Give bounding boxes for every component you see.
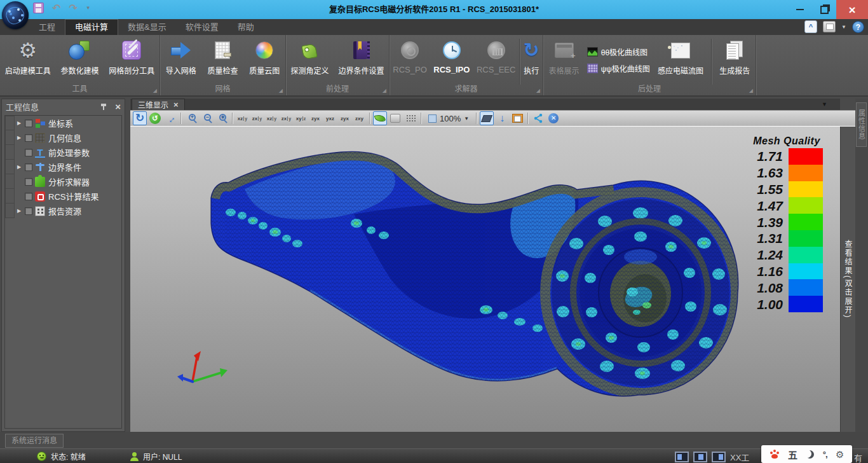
tab-project[interactable]: 工程 [29, 19, 65, 35]
view-left-button[interactable]: xzy [265, 111, 278, 125]
panel-close-icon[interactable]: × [115, 102, 121, 111]
print-icon[interactable] [823, 21, 836, 32]
checkbox[interactable] [25, 120, 32, 127]
combo-caret-icon[interactable]: ▼ [464, 116, 469, 121]
table-view-button[interactable]: 表格展示 [546, 37, 583, 77]
view-front-button[interactable]: xzy [236, 111, 249, 125]
checkbox[interactable] [25, 207, 32, 215]
checkbox[interactable] [25, 193, 32, 200]
clip-plane-icon[interactable] [480, 111, 494, 125]
arrow-right-icon [170, 42, 192, 59]
zoom-out-icon[interactable]: − [200, 111, 214, 125]
pin-icon[interactable] [100, 102, 109, 111]
shaded-view-icon[interactable] [373, 111, 387, 125]
rcs-eec-button[interactable]: RCS_EEC [473, 37, 519, 76]
view-top-button[interactable]: xyz [294, 111, 308, 125]
tab-em-compute[interactable]: 电磁计算 [65, 19, 118, 35]
quality-check-button[interactable]: 质量检查 [204, 37, 241, 77]
copy-view-icon[interactable] [510, 111, 524, 125]
quality-cloud-button[interactable]: 质量云图 [246, 37, 283, 77]
group-expand-icon[interactable]: ◢ [153, 88, 157, 93]
delete-view-icon[interactable]: ✕ [546, 111, 560, 125]
ime-moon-icon[interactable] [806, 450, 814, 459]
zoom-level-combo[interactable]: 100% ▼ [424, 111, 473, 125]
system-messages-tab[interactable]: 系统运行消息 [5, 434, 64, 448]
pan-tool-icon[interactable]: ↔ [163, 111, 177, 125]
result-icon [35, 191, 45, 202]
expand-arrow-icon[interactable]: ▶ [15, 208, 24, 214]
wireframe-view-icon[interactable] [388, 111, 402, 125]
rcs-ipo-button[interactable]: RCS_IPO [430, 37, 473, 76]
checkbox[interactable] [25, 163, 32, 171]
layout-center-panel-icon[interactable] [693, 452, 707, 462]
generate-report-button[interactable]: 生成报告 [716, 37, 753, 77]
group-expand-icon[interactable]: ◢ [536, 88, 540, 93]
tree-item-preprocess-params[interactable]: T 前处理参数 [5, 145, 121, 160]
render-canvas[interactable]: Mesh Quality 1.71 1.63 1.55 1.47 1.39 1.… [130, 127, 840, 432]
group-expand-icon[interactable]: ◢ [279, 88, 283, 93]
tab-data-display[interactable]: 数据&显示 [118, 19, 176, 35]
expand-arrow-icon[interactable]: ▶ [15, 164, 24, 170]
tree-item-solver[interactable]: 分析求解器 [5, 174, 121, 189]
solver-ipo-icon [443, 41, 461, 59]
checkbox[interactable] [25, 134, 32, 142]
tree-item-geometry-info[interactable]: ▶ 几何信息 [5, 130, 121, 145]
boundary-settings-button[interactable]: 边界条件设置 [335, 37, 387, 77]
mesh-tool-button[interactable]: 网格剖分工具 [105, 37, 158, 77]
ime-settings-gear-icon[interactable]: ⚙ [836, 450, 844, 459]
app-logo[interactable] [2, 1, 29, 29]
print-dropdown-icon[interactable]: ▼ [841, 24, 846, 30]
launch-modeler-button[interactable]: ⚙ 启动建模工具 [2, 37, 54, 77]
ribbon-group-tools: ⚙ 启动建模工具 参数化建模 网格剖分工具 工具 ◢ [0, 35, 160, 95]
toolbar-overflow-icon[interactable]: ▼ [822, 102, 827, 107]
points-view-icon[interactable] [403, 111, 417, 125]
layout-right-panel-icon[interactable] [712, 452, 726, 462]
orbit-tool-icon[interactable]: ↺ [148, 111, 162, 125]
tree-item-report-resources[interactable]: ▶ 报告资源 [5, 204, 121, 218]
results-collapsed-tab[interactable]: 查看结果(双击展开) [840, 127, 855, 432]
rcs-po-button[interactable]: RCS_PO [390, 37, 430, 76]
import-mesh-button[interactable]: 导入网格 [163, 37, 200, 77]
arrow-down-icon[interactable]: ↓ [495, 111, 509, 125]
group-expand-icon[interactable]: ◢ [383, 88, 386, 93]
view-bottom-button[interactable]: zyx [309, 111, 322, 125]
layout-left-panel-icon[interactable] [675, 452, 689, 462]
view-iso2-button[interactable]: zyx [338, 111, 351, 125]
minimize-button[interactable] [788, 0, 812, 19]
zoom-fit-icon[interactable]: ∗ [215, 111, 229, 125]
help-icon[interactable]: ? [852, 21, 864, 33]
close-button[interactable] [836, 0, 868, 19]
view-iso3-button[interactable]: zxy [353, 111, 366, 125]
tab-help[interactable]: 帮助 [228, 19, 264, 35]
theta-curve-button[interactable]: θθ极化曲线图 [587, 46, 650, 57]
restore-button[interactable] [812, 0, 836, 19]
checkbox[interactable] [25, 178, 32, 186]
tree-item-coordinate-system[interactable]: ▶ 坐标系 [5, 116, 121, 130]
collapse-ribbon-icon[interactable]: ^ [804, 20, 817, 33]
view-right-button[interactable]: zxy [280, 111, 293, 125]
view-iso1-button[interactable]: yxz [323, 111, 337, 125]
tab-3d-display[interactable]: 三维显示 × [132, 99, 185, 110]
execute-button[interactable]: ↻ 执行 [520, 37, 543, 77]
parametric-model-button[interactable]: 参数化建模 [57, 37, 102, 77]
report-icon [35, 206, 45, 216]
checkbox[interactable] [25, 149, 32, 156]
expand-arrow-icon[interactable]: ▶ [15, 135, 24, 141]
rotate-tool-icon[interactable]: ↻ [133, 111, 147, 125]
tree-item-boundary-conditions[interactable]: ▶ 边界条件 [5, 160, 121, 174]
view-back-button[interactable]: zxy [250, 111, 264, 125]
tab-close-icon[interactable]: × [173, 101, 179, 109]
induced-current-map-button[interactable]: 感应电磁流图 [654, 37, 707, 77]
share-icon[interactable] [531, 111, 545, 125]
psi-curve-button[interactable]: ψψ极化曲线图 [587, 63, 650, 74]
tree-item-rcs-results[interactable]: RCS计算结果 [5, 189, 121, 204]
ime-mode-label[interactable]: 五 [788, 448, 797, 461]
expand-arrow-icon[interactable]: ▶ [15, 120, 24, 126]
group-expand-icon[interactable]: ◢ [749, 88, 753, 93]
property-info-tab[interactable]: 属性信息 [856, 102, 867, 147]
zoom-in-icon[interactable]: + [184, 111, 198, 125]
tab-settings[interactable]: 软件设置 [176, 19, 228, 35]
probe-angle-button[interactable]: 探测角定义 [287, 37, 332, 77]
ime-logo-paw-icon[interactable] [770, 450, 780, 459]
ime-punctuation-icon[interactable]: °, [823, 450, 827, 459]
